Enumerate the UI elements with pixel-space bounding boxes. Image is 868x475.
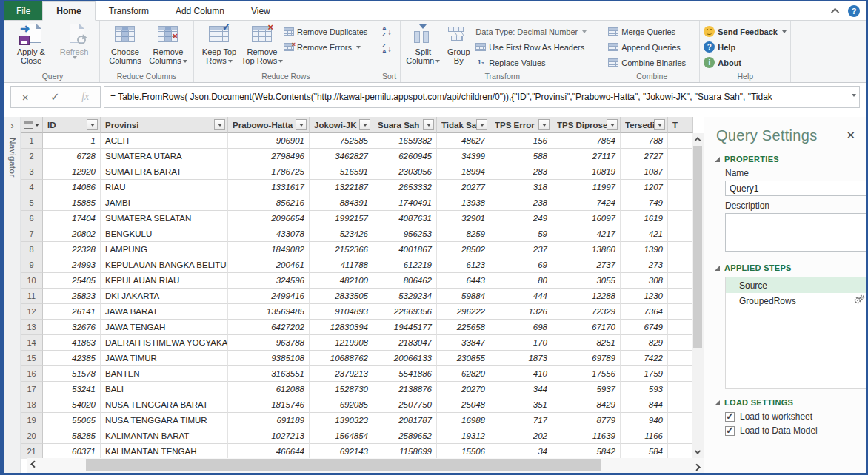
grid-cell[interactable]: 170: [490, 335, 552, 351]
grid-cell[interactable]: 2138876: [373, 382, 437, 397]
gear-icon[interactable]: [853, 294, 865, 307]
grid-cell[interactable]: 829: [621, 335, 668, 351]
grid-cell[interactable]: BENGKULU: [101, 226, 228, 242]
grid-cell[interactable]: 691189: [228, 413, 310, 428]
row-number[interactable]: 21: [21, 444, 43, 459]
filter-icon[interactable]: [296, 119, 307, 130]
grid-cell[interactable]: 8251: [552, 335, 621, 351]
filter-icon[interactable]: [538, 119, 550, 130]
grid-cell[interactable]: 18994: [437, 164, 490, 180]
grid-cell[interactable]: 32901: [437, 211, 490, 226]
grid-cell[interactable]: 2653332: [373, 180, 437, 195]
grid-cell[interactable]: 3055: [552, 273, 621, 289]
filter-icon[interactable]: [87, 119, 98, 130]
grid-cell[interactable]: 523426: [310, 226, 373, 242]
description-input[interactable]: [725, 213, 866, 252]
properties-section-header[interactable]: PROPERTIES: [715, 155, 857, 164]
grid-cell[interactable]: 22328: [43, 242, 101, 257]
sort-ascending-button[interactable]: AZ↓: [382, 25, 395, 38]
grid-cell[interactable]: BALI: [101, 382, 228, 397]
grid-cell[interactable]: 906901: [228, 133, 310, 149]
grid-cell[interactable]: [668, 335, 693, 351]
grid-cell[interactable]: 34: [490, 444, 552, 459]
grid-cell[interactable]: 17404: [43, 211, 101, 226]
grid-cell[interactable]: 5937: [552, 382, 621, 397]
grid-cell[interactable]: ACEH: [101, 133, 228, 149]
grid-cell[interactable]: 20802: [43, 226, 101, 242]
grid-cell[interactable]: JAMBI: [101, 195, 228, 211]
grid-cell[interactable]: [668, 149, 693, 164]
grid-cell[interactable]: 59: [490, 226, 552, 242]
grid-cell[interactable]: 7864: [552, 133, 621, 149]
grid-cell[interactable]: 249: [490, 211, 552, 226]
grid-cell[interactable]: 67170: [552, 320, 621, 335]
grid-cell[interactable]: 1326: [490, 304, 552, 320]
grid-cell[interactable]: 5329234: [373, 289, 437, 304]
grid-cell[interactable]: 1166: [621, 428, 668, 444]
replace-values-button[interactable]: 1₂ Replace Values: [475, 56, 600, 69]
grid-cell[interactable]: 2183047: [373, 335, 437, 351]
column-header-suara-sah[interactable]: Suara Sah: [373, 117, 437, 133]
grid-cell[interactable]: 58285: [43, 428, 101, 444]
row-number[interactable]: 19: [21, 413, 43, 428]
grid-cell[interactable]: [668, 257, 693, 273]
column-header-provinsi[interactable]: Provinsi: [101, 117, 228, 133]
send-feedback-button[interactable]: Send Feedback: [704, 25, 787, 38]
formula-accept-icon[interactable]: ✓: [50, 90, 60, 104]
collapse-ribbon-icon[interactable]: [831, 8, 839, 16]
checkbox-icon[interactable]: [725, 426, 735, 436]
append-queries-button[interactable]: Append Queries: [608, 41, 695, 53]
grid-cell[interactable]: 324596: [228, 273, 310, 289]
grid-cell[interactable]: 421: [621, 226, 668, 242]
remove-top-rows-button[interactable]: × Remove Top Rows: [241, 22, 284, 65]
grid-cell[interactable]: 1659382: [373, 133, 437, 149]
apply-close-button[interactable]: ➜ Apply & Close: [10, 22, 53, 65]
grid-cell[interactable]: 238: [490, 195, 552, 211]
grid-cell[interactable]: 32676: [43, 320, 101, 335]
grid-cell[interactable]: 308: [621, 273, 668, 289]
grid-cell[interactable]: 4001867: [373, 242, 437, 257]
grid-cell[interactable]: 53241: [43, 382, 101, 397]
grid-cell[interactable]: 33847: [437, 335, 490, 351]
grid-cell[interactable]: 13938: [437, 195, 490, 211]
grid-cell[interactable]: NUSA TENGGARA TIMUR: [101, 413, 228, 428]
grid-cell[interactable]: 2303056: [373, 164, 437, 180]
row-number[interactable]: 1: [21, 133, 43, 149]
grid-cell[interactable]: 2737: [552, 257, 621, 273]
load-settings-section-header[interactable]: LOAD SETTINGS: [715, 398, 857, 407]
grid-cell[interactable]: 1219908: [310, 335, 373, 351]
grid-cell[interactable]: 26141: [43, 304, 101, 320]
grid-cell[interactable]: 9385108: [228, 351, 310, 366]
filter-icon[interactable]: [607, 119, 618, 130]
grid-cell[interactable]: 17556: [552, 366, 621, 382]
grid-cell[interactable]: 19445177: [373, 320, 437, 335]
grid-cell[interactable]: [668, 304, 693, 320]
grid-cell[interactable]: 8429: [552, 397, 621, 413]
column-header-t[interactable]: T: [668, 117, 693, 133]
grid-cell[interactable]: [668, 226, 693, 242]
grid-cell[interactable]: [668, 180, 693, 195]
grid-cell[interactable]: RIAU: [101, 180, 228, 195]
grid-cell[interactable]: 1740491: [373, 195, 437, 211]
grid-cell[interactable]: 1: [43, 133, 101, 149]
split-column-button[interactable]: Split Column: [404, 22, 441, 65]
row-number[interactable]: 16: [21, 366, 43, 382]
grid-cell[interactable]: 6260945: [373, 149, 437, 164]
grid-cell[interactable]: 230855: [437, 351, 490, 366]
grid-cell[interactable]: 41863: [43, 335, 101, 351]
filter-icon[interactable]: [423, 119, 434, 130]
grid-cell[interactable]: [668, 195, 693, 211]
grid-cell[interactable]: NUSA TENGGARA BARAT: [101, 397, 228, 413]
table-corner-button[interactable]: [21, 117, 43, 133]
column-header-tidak-sah[interactable]: Tidak Sah: [437, 117, 490, 133]
grid-cell[interactable]: SUMATERA SELATAN: [101, 211, 228, 226]
row-number[interactable]: 2: [21, 149, 43, 164]
grid-cell[interactable]: [668, 397, 693, 413]
grid-cell[interactable]: [668, 382, 693, 397]
grid-cell[interactable]: 62820: [437, 366, 490, 382]
grid-cell[interactable]: 1207: [621, 180, 668, 195]
grid-cell[interactable]: 884391: [310, 195, 373, 211]
grid-cell[interactable]: 16988: [437, 413, 490, 428]
row-number[interactable]: 17: [21, 382, 43, 397]
grid-cell[interactable]: 6443: [437, 273, 490, 289]
